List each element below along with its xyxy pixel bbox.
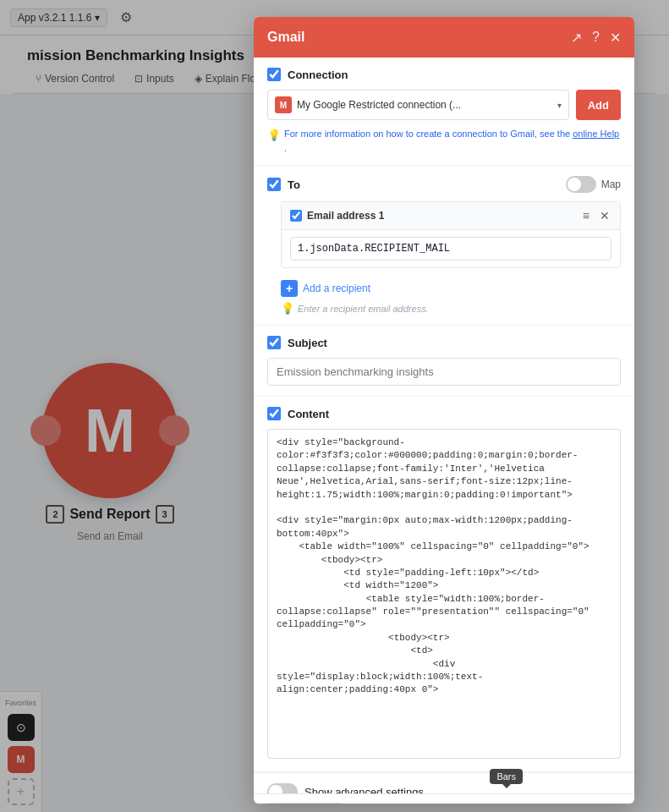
modal-header-icons: ↗ ? ✕ [571, 30, 621, 46]
content-checkbox[interactable] [267, 407, 281, 420]
advanced-toggle[interactable] [267, 783, 298, 793]
content-textarea[interactable] [267, 429, 621, 759]
modal-title: Gmail [267, 30, 304, 45]
to-label: To [288, 178, 300, 191]
email-address-section: Email address 1 ≡ ✕ [281, 201, 621, 268]
email-close-button[interactable]: ✕ [598, 209, 611, 222]
email-address-input[interactable] [290, 237, 611, 261]
connection-section: Connection M My Google Restricted connec… [254, 58, 634, 166]
chevron-down-icon: ▾ [557, 101, 562, 110]
map-toggle[interactable] [566, 176, 596, 193]
close-icon[interactable]: ✕ [610, 30, 621, 46]
subject-checkbox[interactable] [267, 336, 281, 349]
connection-select-inner: M My Google Restricted connection (... [275, 96, 552, 113]
modal-footer: Cancel Bars OK [254, 793, 634, 804]
subject-label: Subject [288, 337, 327, 349]
to-section-header: To Map [267, 176, 621, 193]
email-address-title: Email address 1 [307, 210, 384, 222]
add-recipient-plus-button[interactable]: + [281, 280, 298, 297]
content-section-header: Content [267, 407, 621, 420]
advanced-label: Show advanced settings [304, 786, 424, 794]
gmail-small-icon: M [275, 96, 292, 113]
subject-section-header: Subject [267, 336, 621, 349]
subject-input[interactable] [267, 358, 621, 386]
email-section-title-row: Email address 1 [290, 210, 384, 222]
help-prefix: For more information on how to create a … [284, 129, 573, 139]
to-left: To [267, 178, 300, 191]
content-label: Content [288, 408, 329, 420]
gmail-modal: Gmail ↗ ? ✕ Connection M My Google Restr… [254, 17, 634, 804]
connection-row: M My Google Restricted connection (... ▾… [267, 90, 621, 120]
hint-text: Enter a recipient email address. [298, 304, 429, 314]
connection-help-text: 💡 For more information on how to create … [267, 127, 621, 155]
connection-label: Connection [288, 69, 348, 81]
email-address-checkbox[interactable] [290, 210, 302, 222]
to-section: To Map Email address 1 ≡ [254, 166, 634, 326]
email-section-header: Email address 1 ≡ ✕ [282, 202, 620, 230]
connection-checkbox[interactable] [267, 68, 281, 81]
modal-header: Gmail ↗ ? ✕ [254, 17, 634, 58]
connection-name: My Google Restricted connection (... [297, 99, 552, 111]
connection-section-header: Connection [267, 68, 621, 81]
link-icon[interactable]: ↗ [571, 30, 582, 46]
connection-select[interactable]: M My Google Restricted connection (... ▾ [267, 90, 569, 120]
subject-section: Subject [254, 326, 634, 397]
email-menu-button[interactable]: ≡ [581, 209, 591, 222]
add-recipient-label[interactable]: Add a recipient [303, 283, 370, 294]
bulb-icon: 💡 [267, 127, 281, 144]
add-recipient-row: + Add a recipient [281, 275, 621, 302]
help-icon[interactable]: ? [592, 30, 600, 45]
map-label: Map [601, 178, 621, 190]
email-subsection-indent: Email address 1 ≡ ✕ + Add a recipient [267, 201, 621, 315]
hint-bulb-icon: 💡 [281, 302, 294, 315]
add-connection-button[interactable]: Add [576, 90, 621, 120]
advanced-settings-row: Show advanced settings [254, 772, 634, 793]
modal-body: Connection M My Google Restricted connec… [254, 58, 634, 793]
to-right: Map [566, 176, 621, 193]
online-help-link[interactable]: online Help [573, 129, 619, 139]
cancel-button[interactable]: Cancel [267, 803, 343, 804]
help-suffix: . [284, 143, 287, 153]
bars-tooltip: Bars [490, 769, 523, 784]
content-section: Content [254, 397, 634, 772]
to-checkbox[interactable] [267, 178, 281, 191]
hint-row: 💡 Enter a recipient email address. [281, 302, 621, 315]
email-input-container [282, 230, 620, 267]
email-section-icons: ≡ ✕ [581, 209, 611, 222]
